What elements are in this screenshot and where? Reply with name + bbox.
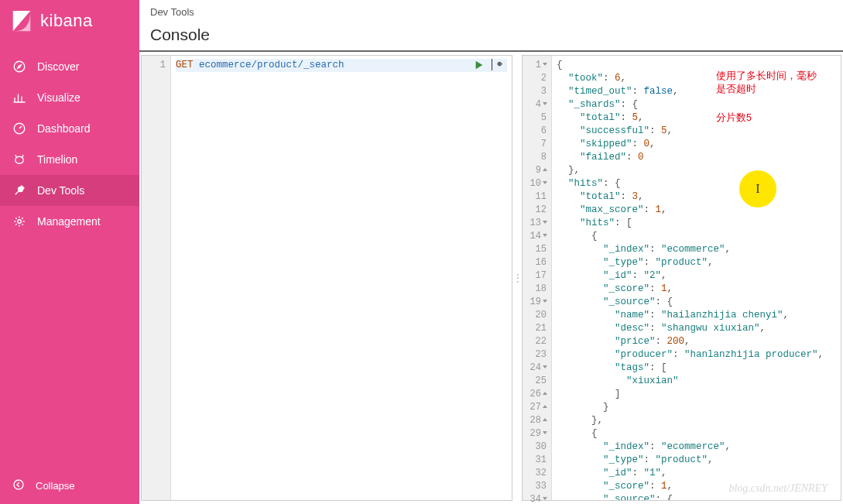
- response-gutter: 1234567891011121314151617181920212223242…: [523, 56, 552, 500]
- sidebar-item-devtools[interactable]: Dev Tools: [0, 175, 139, 206]
- sidebar-item-visualize[interactable]: Visualize: [0, 82, 139, 113]
- collapse-icon: [12, 478, 25, 493]
- request-gutter: 1: [142, 56, 171, 500]
- request-options-button[interactable]: [492, 59, 504, 73]
- main: Dev Tools Console 1 GET ecommerce/produc…: [139, 0, 843, 504]
- bar-chart-icon: [12, 91, 26, 105]
- svg-point-3: [18, 220, 22, 224]
- sidebar-item-timelion[interactable]: Timelion: [0, 144, 139, 175]
- request-actions: [474, 59, 504, 73]
- sidebar-item-label: Discover: [37, 60, 79, 73]
- gear-icon: [12, 214, 26, 228]
- sidebar-item-label: Dashboard: [37, 122, 91, 135]
- timelion-icon: [12, 153, 26, 166]
- header: Dev Tools Console: [139, 0, 843, 52]
- sidebar-item-management[interactable]: Management: [0, 206, 139, 237]
- response-viewer[interactable]: 1234567891011121314151617181920212223242…: [522, 55, 841, 501]
- svg-point-2: [15, 156, 24, 163]
- console-panes: 1 GET ecommerce/product/_search ⋮ 123456…: [139, 52, 843, 504]
- sidebar-collapse[interactable]: Collapse: [0, 468, 139, 504]
- page-title: Console: [150, 22, 832, 50]
- sidebar: kibana Discover Visualize Dashboard Time…: [0, 0, 139, 504]
- sidebar-item-dashboard[interactable]: Dashboard: [0, 113, 139, 144]
- brand-name: kibana: [40, 11, 93, 31]
- sidebar-item-label: Timelion: [37, 153, 77, 166]
- response-code: { "took": 6, "timed_out": false, "_shard…: [552, 56, 841, 500]
- request-code[interactable]: GET ecommerce/product/_search: [171, 56, 512, 500]
- compass-icon: [12, 60, 26, 74]
- kibana-logo-icon: [11, 9, 33, 33]
- breadcrumb: Dev Tools: [150, 6, 832, 22]
- request-editor[interactable]: 1 GET ecommerce/product/_search: [141, 55, 512, 501]
- brand-logo[interactable]: kibana: [0, 0, 139, 45]
- svg-point-0: [14, 61, 25, 72]
- grip-dots-icon: ⋮: [512, 276, 523, 279]
- sidebar-item-label: Visualize: [37, 91, 81, 104]
- svg-point-4: [14, 480, 23, 489]
- sidebar-nav: Discover Visualize Dashboard Timelion De…: [0, 45, 139, 468]
- sidebar-item-discover[interactable]: Discover: [0, 51, 139, 82]
- sidebar-item-label: Dev Tools: [37, 184, 84, 197]
- pane-divider[interactable]: ⋮: [514, 55, 520, 501]
- collapse-label: Collapse: [36, 480, 75, 492]
- sidebar-item-label: Management: [37, 215, 101, 228]
- wrench-icon: [12, 183, 26, 197]
- run-request-button[interactable]: [474, 60, 485, 73]
- gauge-icon: [12, 122, 26, 135]
